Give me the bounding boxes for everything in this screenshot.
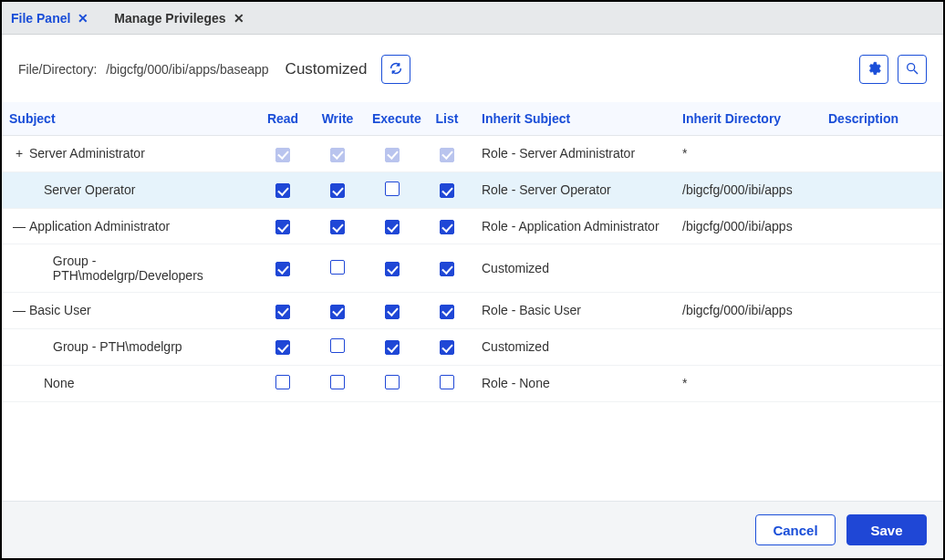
- subject-text: None: [44, 376, 74, 390]
- privileges-table: Subject Read Write Execute List Inherit …: [2, 102, 943, 402]
- table-row[interactable]: Server OperatorRole - Server Operator/bi…: [2, 171, 943, 208]
- table-row[interactable]: —Application AdministratorRole - Applica…: [2, 208, 943, 244]
- col-list[interactable]: List: [420, 102, 474, 136]
- expand-icon[interactable]: —: [13, 303, 26, 317]
- refresh-icon: [389, 61, 403, 78]
- file-directory-label: File/Directory:: [18, 62, 97, 77]
- close-icon[interactable]: ✕: [78, 11, 88, 26]
- tab-label: File Panel: [11, 11, 70, 26]
- subject-text: Server Administrator: [29, 146, 145, 161]
- inherit-subject-text: Role - None: [482, 376, 550, 390]
- svg-point-0: [908, 63, 915, 70]
- col-inherit-directory[interactable]: Inherit Directory: [675, 102, 821, 136]
- subject-text: Basic User: [29, 303, 91, 317]
- checkbox[interactable]: [275, 183, 290, 198]
- checkbox[interactable]: [385, 181, 400, 196]
- checkbox[interactable]: [330, 260, 345, 275]
- expand-icon[interactable]: +: [13, 146, 26, 161]
- tab-file-panel[interactable]: File Panel ✕: [11, 11, 88, 26]
- tab-bar: File Panel ✕ Manage Privileges ✕: [2, 2, 943, 35]
- checkbox[interactable]: [275, 340, 290, 355]
- checkbox[interactable]: [275, 305, 290, 319]
- inherit-directory-text: /bigcfg/000/ibi/apps: [682, 182, 793, 197]
- col-description[interactable]: Description: [821, 102, 943, 136]
- subject-cell: None: [9, 376, 248, 390]
- checkbox[interactable]: [275, 220, 290, 234]
- subject-text: Group - PTH\modelgrp/Developers: [53, 254, 248, 283]
- checkbox[interactable]: [330, 375, 345, 389]
- table-header-row: Subject Read Write Execute List Inherit …: [2, 102, 943, 136]
- checkbox[interactable]: [440, 183, 454, 198]
- col-write[interactable]: Write: [310, 102, 365, 136]
- checkbox[interactable]: [440, 375, 454, 389]
- inherit-directory-text: *: [682, 146, 687, 161]
- table-body: +Server AdministratorRole - Server Admin…: [2, 136, 943, 402]
- svg-line-1: [914, 70, 918, 74]
- checkbox: [385, 148, 400, 162]
- search-button[interactable]: [898, 55, 927, 84]
- toolbar-right: [859, 55, 927, 84]
- checkbox[interactable]: [385, 340, 400, 355]
- checkbox: [330, 148, 345, 162]
- expand-icon[interactable]: —: [13, 219, 26, 233]
- checkbox[interactable]: [275, 375, 290, 389]
- col-execute[interactable]: Execute: [365, 102, 420, 136]
- refresh-button[interactable]: [381, 55, 410, 84]
- col-inherit-subject[interactable]: Inherit Subject: [474, 102, 675, 136]
- subject-cell: —Application Administrator: [9, 219, 248, 233]
- checkbox[interactable]: [440, 340, 454, 355]
- checkbox[interactable]: [330, 305, 345, 319]
- table-row[interactable]: Group - PTH\modelgrpCustomized: [2, 328, 943, 365]
- subject-cell: Group - PTH\modelgrp/Developers: [9, 254, 248, 283]
- subject-cell: —Basic User: [9, 303, 248, 317]
- checkbox[interactable]: [330, 338, 345, 353]
- save-button[interactable]: Save: [846, 514, 927, 545]
- search-icon: [905, 61, 919, 78]
- settings-button[interactable]: [859, 55, 888, 84]
- table-row[interactable]: —Basic UserRole - Basic User/bigcfg/000/…: [2, 293, 943, 329]
- checkbox[interactable]: [385, 305, 400, 319]
- checkbox[interactable]: [330, 183, 345, 198]
- table-row[interactable]: +Server AdministratorRole - Server Admin…: [2, 136, 943, 172]
- subject-cell: +Server Administrator: [9, 146, 248, 161]
- inherit-subject-text: Customized: [482, 339, 549, 354]
- col-read[interactable]: Read: [255, 102, 310, 136]
- tab-manage-privileges[interactable]: Manage Privileges ✕: [114, 11, 244, 26]
- checkbox[interactable]: [275, 262, 290, 276]
- tab-label: Manage Privileges: [114, 11, 225, 26]
- inherit-subject-text: Role - Server Operator: [482, 182, 611, 197]
- footer: Cancel Save: [2, 501, 943, 558]
- table-row[interactable]: NoneRole - None*: [2, 365, 943, 401]
- subject-cell: Group - PTH\modelgrp: [9, 339, 248, 354]
- gear-icon: [867, 61, 881, 78]
- inherit-directory-text: /bigcfg/000/ibi/apps: [682, 303, 793, 317]
- inherit-subject-text: Role - Application Administrator: [482, 219, 659, 233]
- inherit-directory-text: *: [682, 376, 687, 390]
- inherit-subject-text: Customized: [482, 261, 549, 275]
- inherit-subject-text: Role - Basic User: [482, 303, 581, 317]
- checkbox[interactable]: [330, 220, 345, 234]
- privileges-table-wrap: Subject Read Write Execute List Inherit …: [2, 102, 943, 501]
- table-row[interactable]: Group - PTH\modelgrp/DevelopersCustomize…: [2, 244, 943, 293]
- inherit-directory-text: /bigcfg/000/ibi/apps: [682, 219, 793, 233]
- subject-cell: Server Operator: [9, 182, 248, 197]
- subject-text: Server Operator: [44, 182, 135, 197]
- checkbox[interactable]: [385, 220, 400, 234]
- col-subject[interactable]: Subject: [2, 102, 255, 136]
- checkbox: [275, 148, 290, 162]
- status-text: Customized: [286, 60, 368, 78]
- checkbox[interactable]: [440, 262, 454, 276]
- close-icon[interactable]: ✕: [234, 11, 244, 26]
- checkbox: [440, 148, 454, 162]
- checkbox[interactable]: [440, 305, 454, 319]
- toolbar: File/Directory: /bigcfg/000/ibi/apps/bas…: [2, 35, 943, 102]
- subject-text: Group - PTH\modelgrp: [53, 339, 182, 354]
- checkbox[interactable]: [385, 262, 400, 276]
- inherit-subject-text: Role - Server Administrator: [482, 146, 635, 161]
- file-directory-path: /bigcfg/000/ibi/apps/baseapp: [106, 62, 268, 77]
- cancel-button[interactable]: Cancel: [755, 514, 836, 545]
- window: File Panel ✕ Manage Privileges ✕ File/Di…: [0, 0, 945, 560]
- subject-text: Application Administrator: [29, 219, 170, 233]
- checkbox[interactable]: [440, 220, 454, 234]
- checkbox[interactable]: [385, 375, 400, 389]
